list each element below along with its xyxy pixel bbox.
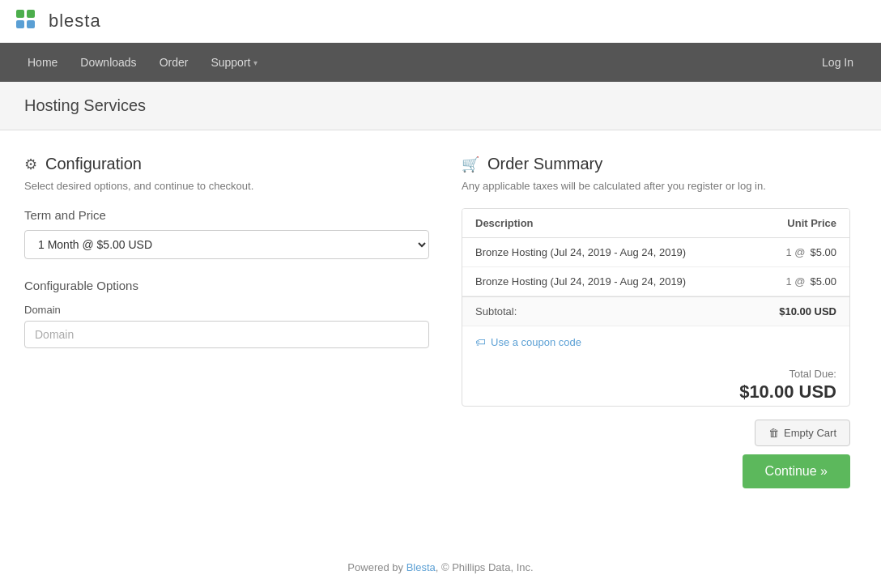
total-section: Total Due: $10.00 USD xyxy=(462,358,849,406)
order-summary-box: Description Unit Price Bronze Hosting (J… xyxy=(462,208,850,407)
footer-text-after: , © Phillips Data, Inc. xyxy=(436,561,534,573)
trash-icon: 🗑 xyxy=(768,427,779,439)
total-due-amount: $10.00 USD xyxy=(739,381,836,403)
svg-rect-3 xyxy=(27,20,35,28)
term-price-label: Term and Price xyxy=(24,208,429,222)
configurable-options-label: Configurable Options xyxy=(24,279,429,292)
top-bar: blesta xyxy=(0,0,881,43)
subtotal-label: Subtotal: xyxy=(475,305,517,317)
footer-blesta-link[interactable]: Blesta xyxy=(406,561,436,573)
subtotal-value: $10.00 USD xyxy=(779,305,836,317)
nav-login[interactable]: Log In xyxy=(811,43,865,82)
support-dropdown-arrow: ▾ xyxy=(253,58,257,67)
continue-button-row: Continue » xyxy=(462,454,850,488)
order-row-2-price: 1 @ $5.00 xyxy=(785,275,836,288)
order-summary-header: 🛒 Order Summary xyxy=(462,155,850,173)
logo-text: blesta xyxy=(49,11,101,32)
cart-icon: 🛒 xyxy=(462,156,479,173)
order-table-header: Description Unit Price xyxy=(462,209,849,238)
domain-label: Domain xyxy=(24,304,429,316)
order-row-2-desc: Bronze Hosting (Jul 24, 2019 - Aug 24, 2… xyxy=(475,275,785,288)
tag-icon: 🏷 xyxy=(475,336,486,348)
nav-support-item: Support ▾ xyxy=(199,43,269,82)
order-row-1: Bronze Hosting (Jul 24, 2019 - Aug 24, 2… xyxy=(462,238,849,267)
page-title-bar: Hosting Services xyxy=(0,82,881,130)
order-summary-panel: 🛒 Order Summary Any applicable taxes wil… xyxy=(462,155,850,488)
term-price-select[interactable]: 1 Month @ $5.00 USD xyxy=(24,230,429,259)
order-row-2-qty: 1 @ xyxy=(785,275,805,288)
order-summary-heading: Order Summary xyxy=(487,155,602,173)
col-unit-price: Unit Price xyxy=(787,217,836,229)
coupon-link[interactable]: Use a coupon code xyxy=(491,336,581,348)
nav-downloads[interactable]: Downloads xyxy=(69,43,147,82)
order-row-1-amount: $5.00 xyxy=(810,246,836,258)
svg-rect-0 xyxy=(16,10,24,18)
continue-label: Continue » xyxy=(765,464,828,479)
config-heading: Configuration xyxy=(45,155,142,173)
order-row-1-price: 1 @ $5.00 xyxy=(785,246,836,258)
nav-order[interactable]: Order xyxy=(148,43,200,82)
domain-input[interactable] xyxy=(24,321,429,348)
main-content: ⚙ Configuration Select desired options, … xyxy=(0,130,881,513)
nav-left: Home Downloads Order Support ▾ xyxy=(16,43,269,82)
order-row-1-desc: Bronze Hosting (Jul 24, 2019 - Aug 24, 2… xyxy=(475,246,785,258)
continue-button[interactable]: Continue » xyxy=(743,454,850,488)
gear-icon: ⚙ xyxy=(24,156,37,173)
coupon-row: 🏷 Use a coupon code xyxy=(462,326,849,358)
nav-support[interactable]: Support ▾ xyxy=(199,43,269,82)
svg-rect-2 xyxy=(16,20,24,28)
nav-right: Log In xyxy=(811,43,865,82)
col-description: Description xyxy=(475,217,534,229)
order-row-1-qty: 1 @ xyxy=(785,246,805,258)
logo: blesta xyxy=(16,10,865,32)
total-due-label: Total Due: xyxy=(789,368,836,380)
empty-cart-label: Empty Cart xyxy=(784,427,836,439)
blesta-logo-icon xyxy=(16,10,45,32)
order-row-2-amount: $5.00 xyxy=(810,275,836,288)
page-title: Hosting Services xyxy=(24,96,857,115)
order-row-2: Bronze Hosting (Jul 24, 2019 - Aug 24, 2… xyxy=(462,267,849,296)
nav-home[interactable]: Home xyxy=(16,43,69,82)
config-header: ⚙ Configuration xyxy=(24,155,429,173)
config-subtitle: Select desired options, and continue to … xyxy=(24,180,429,192)
svg-rect-1 xyxy=(27,10,35,18)
subtotal-row: Subtotal: $10.00 USD xyxy=(462,296,849,326)
main-nav: Home Downloads Order Support ▾ Log In xyxy=(0,43,881,82)
empty-cart-button[interactable]: 🗑 Empty Cart xyxy=(755,420,850,446)
footer-text-before: Powered by xyxy=(347,561,406,573)
order-summary-subtitle: Any applicable taxes will be calculated … xyxy=(462,180,850,192)
action-buttons: 🗑 Empty Cart xyxy=(462,420,850,446)
footer: Powered by Blesta, © Phillips Data, Inc. xyxy=(0,545,881,588)
configuration-panel: ⚙ Configuration Select desired options, … xyxy=(24,155,429,488)
